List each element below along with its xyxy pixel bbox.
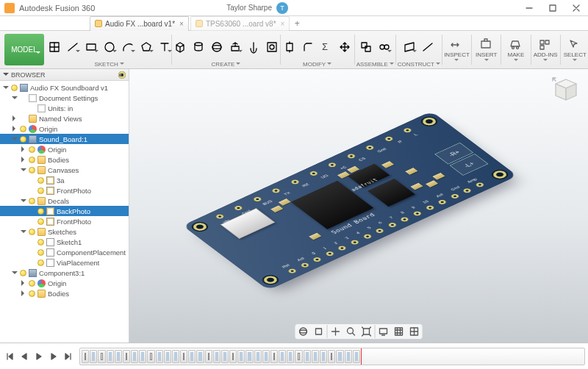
- document-tab-active[interactable]: Audio FX ...board v1* ×: [90, 16, 189, 31]
- timeline-feature[interactable]: [180, 350, 187, 363]
- timeline-feature[interactable]: [82, 350, 89, 363]
- new-component-button[interactable]: [357, 38, 375, 56]
- timeline-back-button[interactable]: [18, 350, 31, 363]
- rectangle-button[interactable]: [82, 38, 100, 56]
- tree-node[interactable]: Component3:1: [0, 268, 129, 278]
- tree-node[interactable]: Canvases: [0, 165, 129, 175]
- visibility-bulb-icon[interactable]: [11, 85, 18, 91]
- timeline-feature[interactable]: [131, 350, 138, 363]
- undo-button[interactable]: [51, 18, 66, 29]
- timeline-end-button[interactable]: [62, 350, 75, 363]
- group-label[interactable]: CREATE: [212, 61, 241, 68]
- maximize-button[interactable]: [541, 0, 564, 16]
- addins-button[interactable]: ADD-INS: [532, 31, 558, 68]
- tree-node[interactable]: FrontPhoto: [0, 185, 129, 196]
- tree-node[interactable]: 3a: [0, 175, 129, 185]
- timeline-feature[interactable]: [164, 350, 171, 363]
- timeline-playhead[interactable]: [361, 348, 362, 365]
- timeline-feature[interactable]: [295, 350, 302, 363]
- timeline-feature[interactable]: [245, 350, 253, 363]
- tree-node[interactable]: Origin: [0, 123, 129, 134]
- visibility-bulb-icon[interactable]: [20, 126, 26, 132]
- timeline-feature[interactable]: [353, 350, 360, 363]
- create-sketch-button[interactable]: [46, 38, 63, 56]
- tree-node[interactable]: FrontPhoto: [0, 216, 129, 226]
- save-button[interactable]: [35, 18, 50, 29]
- tab-close-icon[interactable]: ×: [281, 20, 285, 28]
- timeline-feature[interactable]: [205, 350, 212, 363]
- tree-node[interactable]: Units: in: [0, 103, 129, 113]
- expand-arrow-icon[interactable]: [21, 280, 26, 286]
- tree-node[interactable]: ViaPlacement: [0, 257, 129, 268]
- box-button[interactable]: [171, 38, 189, 56]
- visibility-bulb-icon[interactable]: [29, 280, 35, 287]
- timeline-feature[interactable]: [287, 350, 294, 363]
- fit-button[interactable]: [359, 325, 374, 338]
- group-label[interactable]: SKETCH: [94, 61, 123, 68]
- timeline-feature[interactable]: [270, 350, 278, 363]
- axis-button[interactable]: [419, 38, 437, 56]
- inspect-button[interactable]: INSPECT: [444, 31, 470, 68]
- tab-close-icon[interactable]: ×: [179, 20, 184, 28]
- visibility-bulb-icon[interactable]: [20, 136, 26, 143]
- tree-node[interactable]: ComponentPlacement: [0, 247, 129, 257]
- arc-button[interactable]: [119, 38, 137, 56]
- timeline-feature[interactable]: [336, 350, 343, 363]
- timeline-feature[interactable]: [328, 350, 335, 363]
- timeline-strip[interactable]: [79, 348, 585, 365]
- timeline-feature[interactable]: [115, 350, 122, 363]
- timeline-feature[interactable]: [254, 350, 262, 363]
- timeline-feature[interactable]: [229, 350, 237, 363]
- data-panel-button[interactable]: [3, 18, 18, 29]
- timeline-feature[interactable]: [262, 350, 270, 363]
- visibility-bulb-icon[interactable]: [29, 167, 35, 173]
- look-at-button[interactable]: [312, 325, 326, 338]
- document-tab-inactive[interactable]: TPS63060 ...oard v8* ×: [190, 16, 290, 31]
- timeline-feature[interactable]: [304, 350, 311, 363]
- expand-arrow-icon[interactable]: [21, 228, 26, 236]
- visibility-bulb-icon[interactable]: [29, 198, 35, 204]
- visibility-bulb-icon[interactable]: [37, 208, 44, 215]
- insert-button[interactable]: INSERT: [473, 31, 499, 68]
- expand-arrow-icon[interactable]: [12, 126, 18, 132]
- grid-button[interactable]: [392, 325, 406, 338]
- browser-tree[interactable]: Audio FX Soundboard v1Document SettingsU…: [0, 81, 129, 343]
- viewports-button[interactable]: [407, 325, 422, 338]
- tree-node[interactable]: Named Views: [0, 113, 129, 123]
- timeline-start-button[interactable]: [3, 350, 16, 363]
- tree-node[interactable]: Sketches: [0, 226, 129, 237]
- timeline-feature[interactable]: [156, 350, 163, 363]
- expand-arrow-icon[interactable]: [12, 115, 18, 121]
- timeline-feature[interactable]: [139, 350, 146, 363]
- timeline-feature[interactable]: [312, 350, 319, 363]
- visibility-bulb-icon[interactable]: [20, 270, 26, 276]
- make-button[interactable]: MAKE: [503, 31, 528, 68]
- timeline-feature[interactable]: [320, 350, 327, 363]
- timeline-forward-button[interactable]: [47, 350, 60, 363]
- timeline-feature[interactable]: [147, 350, 154, 363]
- expand-arrow-icon[interactable]: [12, 269, 18, 277]
- group-label[interactable]: ASSEMBLE: [356, 61, 394, 68]
- tree-node[interactable]: Sound_Board:1: [0, 134, 129, 144]
- expand-arrow-icon[interactable]: [21, 157, 26, 162]
- tree-node[interactable]: Decals: [0, 196, 129, 206]
- sphere-button[interactable]: [208, 38, 226, 56]
- expand-arrow-icon[interactable]: [21, 290, 26, 296]
- close-button[interactable]: [564, 0, 588, 16]
- view-cube[interactable]: [548, 75, 581, 107]
- tree-node[interactable]: Origin: [0, 278, 129, 288]
- parameters-button[interactable]: Σ: [318, 38, 335, 56]
- timeline-feature[interactable]: [237, 350, 245, 363]
- expand-arrow-icon[interactable]: [21, 197, 26, 205]
- file-menu-button[interactable]: [19, 18, 34, 29]
- polygon-button[interactable]: [137, 38, 155, 56]
- visibility-bulb-icon[interactable]: [29, 146, 35, 153]
- visibility-bulb-icon[interactable]: [37, 177, 44, 184]
- model-sound-board[interactable]: Sound Board adafruit VinGndBUSTXRXUG+CCS…: [182, 111, 517, 290]
- zoom-button[interactable]: [344, 325, 359, 338]
- new-tab-button[interactable]: +: [291, 18, 303, 29]
- timeline-play-button[interactable]: [32, 350, 46, 363]
- plane-button[interactable]: [401, 38, 418, 56]
- line-button[interactable]: [64, 38, 82, 56]
- visibility-bulb-icon[interactable]: [37, 249, 44, 256]
